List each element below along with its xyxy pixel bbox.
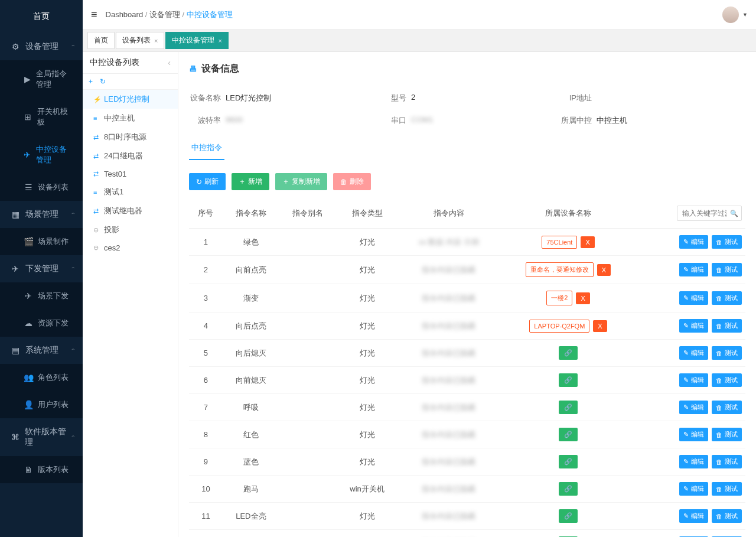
tab[interactable]: 中控设备管理× bbox=[165, 32, 228, 49]
test-button[interactable]: 🗑 测试 bbox=[712, 319, 742, 333]
table-row: 7 呼吸 灯光 指令内容已隐藏 🔗 ✎ 编辑 🗑 测试 bbox=[189, 394, 745, 421]
cell-alias bbox=[279, 476, 336, 503]
remove-device-button[interactable]: X bbox=[581, 236, 594, 248]
edit-button[interactable]: ✎ 编辑 bbox=[679, 482, 708, 496]
edit-button[interactable]: ✎ 编辑 bbox=[679, 235, 708, 249]
edit-button[interactable]: ✎ 编辑 bbox=[679, 401, 708, 414]
link-icon[interactable]: 🔗 bbox=[559, 482, 578, 496]
delete-button[interactable]: 🗑删除 bbox=[333, 173, 371, 190]
nav-sub-item[interactable]: 👤用户列表 bbox=[0, 391, 83, 418]
nav-section[interactable]: ▤系统管理 bbox=[0, 337, 83, 364]
tree-item[interactable]: ⇄Test01 bbox=[83, 165, 178, 183]
tree-item[interactable]: ⇄测试继电器 bbox=[83, 201, 178, 220]
remove-device-button[interactable]: X bbox=[576, 292, 589, 304]
nav-section[interactable]: ✈下发管理 bbox=[0, 255, 83, 282]
copy-add-button[interactable]: ＋复制新增 bbox=[275, 173, 327, 190]
device-tag[interactable]: 一楼2 bbox=[546, 291, 572, 305]
crumb-parent[interactable]: 设备管理 bbox=[149, 10, 180, 19]
nav-sub-item[interactable]: ☰设备列表 bbox=[0, 174, 83, 201]
tree-add-button[interactable]: + bbox=[89, 77, 93, 86]
crumb-dashboard[interactable]: Dashboard bbox=[106, 10, 144, 19]
edit-button[interactable]: ✎ 编辑 bbox=[679, 509, 708, 523]
nav-sub-item[interactable]: ▶全局指令管理 bbox=[0, 60, 83, 98]
add-button[interactable]: ＋新增 bbox=[232, 173, 269, 190]
tab[interactable]: 设备列表× bbox=[116, 32, 164, 49]
nav-sub-item[interactable]: 🗎版本列表 bbox=[0, 456, 83, 483]
edit-button[interactable]: ✎ 编辑 bbox=[679, 291, 708, 305]
edit-button[interactable]: ✎ 编辑 bbox=[679, 346, 708, 360]
nav-section[interactable]: ⌘软件版本管理 bbox=[0, 418, 83, 456]
link-icon[interactable]: 🔗 bbox=[559, 455, 578, 468]
nav-section[interactable]: ⚙设备管理 bbox=[0, 33, 83, 60]
cell-actions: ✎ 编辑 🗑 测试 bbox=[637, 256, 745, 284]
test-button[interactable]: 🗑 测试 bbox=[712, 455, 742, 468]
test-button[interactable]: 🗑 测试 bbox=[712, 291, 742, 305]
trash-icon: 🗑 bbox=[716, 295, 722, 302]
remove-device-button[interactable]: X bbox=[597, 264, 611, 276]
cell-devices: 🔗 bbox=[499, 530, 637, 538]
nav-sub-item[interactable]: ✈场景下发 bbox=[0, 282, 83, 310]
device-tag[interactable]: 75CLient bbox=[542, 236, 577, 249]
test-button[interactable]: 🗑 测试 bbox=[712, 235, 742, 249]
nav-sub-label: 资源下发 bbox=[38, 318, 69, 328]
cell-idx: 11 bbox=[189, 503, 223, 530]
link-icon[interactable]: 🔗 bbox=[559, 428, 578, 441]
plus-icon: ＋ bbox=[282, 177, 289, 187]
switch-icon: ⊞ bbox=[24, 112, 32, 122]
label-serial: 串口 bbox=[374, 115, 406, 126]
table-row: 10 跑马 win开关机 指令内容已隐藏 🔗 ✎ 编辑 🗑 测试 bbox=[189, 476, 745, 503]
nav-sub-item[interactable]: 👥角色列表 bbox=[0, 364, 83, 391]
menu-toggle-icon[interactable]: ≡ bbox=[91, 8, 97, 21]
cell-content: xx 数据 内容 示例 bbox=[398, 229, 499, 256]
test-button[interactable]: 🗑 测试 bbox=[712, 428, 742, 441]
edit-button[interactable]: ✎ 编辑 bbox=[679, 455, 708, 468]
edit-button[interactable]: ✎ 编辑 bbox=[679, 373, 708, 387]
tree-item[interactable]: ⚡LED灯光控制 bbox=[83, 90, 178, 109]
device-tag[interactable]: LAPTOP-Q2FQM bbox=[529, 320, 589, 333]
tree-item[interactable]: ⇄8口时序电源 bbox=[83, 128, 178, 147]
tree-item[interactable]: ≡测试1 bbox=[83, 183, 178, 201]
device-tag[interactable]: 重命名，要通知修改 bbox=[526, 262, 594, 277]
sub-tab-commands[interactable]: 中控指令 bbox=[189, 136, 224, 160]
tree-collapse-icon[interactable]: ‹ bbox=[168, 58, 171, 67]
value-model: 2 bbox=[411, 93, 415, 103]
cell-name: 渐变 bbox=[223, 284, 279, 313]
close-icon[interactable]: × bbox=[154, 37, 158, 44]
tree-item[interactable]: ⊖投影 bbox=[83, 220, 178, 239]
nav-section[interactable]: ▦场景管理 bbox=[0, 201, 83, 228]
cell-actions: ✎ 编辑 🗑 测试 bbox=[637, 394, 745, 421]
test-button[interactable]: 🗑 测试 bbox=[712, 482, 742, 496]
cell-alias bbox=[279, 313, 336, 340]
tab[interactable]: 首页 bbox=[87, 32, 115, 49]
link-icon[interactable]: 🔗 bbox=[559, 346, 578, 360]
nav-sub-item[interactable]: ✈中控设备管理 bbox=[0, 136, 83, 174]
tree-item[interactable]: ⊖ces2 bbox=[83, 239, 178, 256]
tree-item[interactable]: ≡中控主机 bbox=[83, 109, 178, 128]
edit-button[interactable]: ✎ 编辑 bbox=[679, 428, 708, 441]
edit-button[interactable]: ✎ 编辑 bbox=[679, 319, 708, 333]
link-icon[interactable]: 🔗 bbox=[559, 401, 578, 414]
nav-sub-item[interactable]: ⊞开关机模板 bbox=[0, 98, 83, 136]
nav-sub-item[interactable]: 🎬场景制作 bbox=[0, 228, 83, 255]
edit-button[interactable]: ✎ 编辑 bbox=[679, 263, 708, 276]
search-icon[interactable]: 🔍 bbox=[730, 210, 738, 217]
nav-home[interactable]: 首页 bbox=[0, 0, 83, 33]
link-icon[interactable]: 🔗 bbox=[559, 373, 578, 387]
nav-sub-item[interactable]: ☁资源下发 bbox=[0, 310, 83, 337]
close-icon[interactable]: × bbox=[218, 37, 221, 44]
link-icon[interactable]: 🔗 bbox=[559, 509, 578, 523]
cell-idx: 10 bbox=[189, 476, 223, 503]
refresh-button[interactable]: ↻刷新 bbox=[189, 173, 226, 190]
test-button[interactable]: 🗑 测试 bbox=[712, 373, 742, 387]
test-button[interactable]: 🗑 测试 bbox=[712, 263, 742, 276]
test-button[interactable]: 🗑 测试 bbox=[712, 401, 742, 414]
tree-refresh-button[interactable]: ↻ bbox=[100, 77, 106, 86]
test-button[interactable]: 🗑 测试 bbox=[712, 509, 742, 523]
header: ≡ Dashboard / 设备管理 / 中控设备管理 ▼ bbox=[83, 0, 756, 30]
user-menu[interactable]: ▼ bbox=[722, 6, 748, 23]
test-button[interactable]: 🗑 测试 bbox=[712, 346, 742, 360]
remove-device-button[interactable]: X bbox=[593, 320, 607, 332]
cell-content: 指令内容已隐藏 bbox=[398, 256, 499, 284]
tree-item[interactable]: ⇄24口继电器 bbox=[83, 147, 178, 165]
cell-actions: ✎ 编辑 🗑 测试 bbox=[637, 340, 745, 367]
